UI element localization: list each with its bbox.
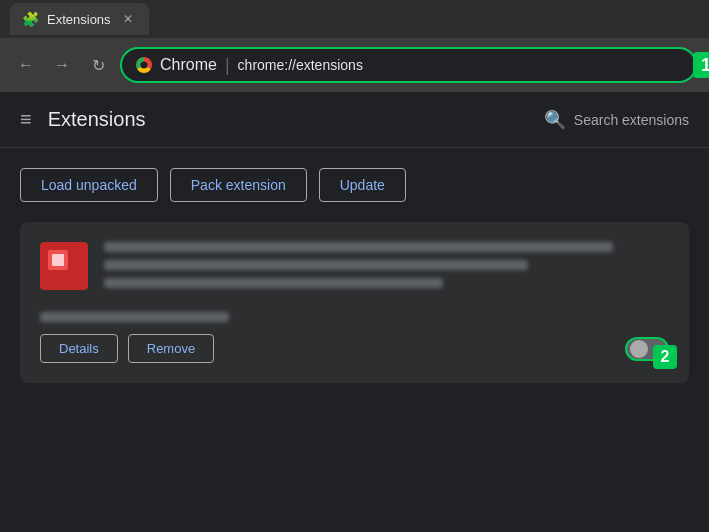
remove-button[interactable]: Remove xyxy=(128,334,214,363)
site-name-label: Chrome xyxy=(160,56,217,74)
search-placeholder: Search extensions xyxy=(574,112,689,128)
toggle-knob xyxy=(630,340,648,358)
extension-footer: Details Remove 2 xyxy=(40,334,669,363)
address-separator: | xyxy=(225,55,230,76)
load-unpacked-button[interactable]: Load unpacked xyxy=(20,168,158,202)
extension-desc-blurred-1 xyxy=(104,260,528,270)
page-header: ≡ Extensions 🔍 Search extensions xyxy=(0,92,709,148)
refresh-button[interactable]: ↻ xyxy=(84,51,112,79)
tab-icon: 🧩 xyxy=(22,11,39,27)
action-buttons-row: Load unpacked Pack extension Update xyxy=(0,148,709,222)
chrome-logo-icon xyxy=(136,57,152,73)
extension-desc-blurred-2 xyxy=(104,278,443,288)
extension-info xyxy=(104,242,669,296)
search-area[interactable]: 🔍 Search extensions xyxy=(544,109,689,131)
toggle-wrapper: 2 xyxy=(625,337,669,361)
details-button[interactable]: Details xyxy=(40,334,118,363)
tab-title: Extensions xyxy=(47,12,111,27)
extension-card: Details Remove 2 xyxy=(20,222,689,383)
extension-icon xyxy=(40,242,88,290)
update-button[interactable]: Update xyxy=(319,168,406,202)
page-title: Extensions xyxy=(48,108,146,131)
forward-button[interactable]: → xyxy=(48,51,76,79)
step-badge-1: 1 xyxy=(693,52,709,78)
browser-tab[interactable]: 🧩 Extensions ✕ xyxy=(10,3,149,35)
step-badge-2: 2 xyxy=(653,345,677,369)
extension-version-blurred xyxy=(40,312,229,322)
pack-extension-button[interactable]: Pack extension xyxy=(170,168,307,202)
extension-name-blurred xyxy=(104,242,613,252)
url-text: chrome://extensions xyxy=(238,57,363,73)
search-icon: 🔍 xyxy=(544,109,566,131)
back-button[interactable]: ← xyxy=(12,51,40,79)
menu-icon[interactable]: ≡ xyxy=(20,108,32,131)
address-bar[interactable]: Chrome | chrome://extensions xyxy=(120,47,697,83)
tab-close-button[interactable]: ✕ xyxy=(119,10,137,28)
extensions-list: Details Remove 2 xyxy=(0,222,709,532)
